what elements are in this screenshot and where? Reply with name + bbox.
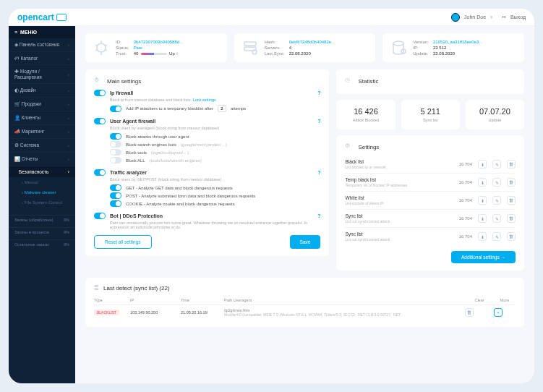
list-icon: ≣ — [94, 285, 99, 291]
toggle-ua-searchbots[interactable] — [110, 141, 121, 148]
brand-text: opencart — [17, 12, 54, 22]
server-icon — [241, 39, 259, 56]
toggle-ua-tools[interactable] — [110, 149, 121, 155]
detect-time: 21.05.20 16:19 — [181, 310, 224, 315]
setting-title: Sync list — [345, 231, 390, 237]
sidebar-stat: Заказы в процессе0% — [9, 227, 75, 237]
logout-link[interactable]: Выход — [510, 14, 526, 20]
sidebar-stat: Остальные заказы0% — [9, 239, 75, 249]
settings-title: Settings — [358, 144, 379, 150]
setting-count: 16 704 — [459, 198, 472, 203]
setting-title: Sync list — [345, 213, 390, 218]
statistic-card: ◷Statistic — [336, 69, 524, 94]
toggle-ua-all[interactable] — [110, 157, 121, 163]
settings-row: White listList exclude of detect IP16 70… — [345, 192, 516, 210]
delete-button[interactable]: 🗑 — [507, 160, 516, 169]
delete-button[interactable]: 🗑 — [507, 178, 516, 187]
toggle-traffic[interactable] — [94, 169, 106, 176]
toggle-ua-attacks[interactable] — [110, 133, 121, 140]
stat-attack: 16 426Attack Blocked — [336, 100, 395, 129]
svg-point-4 — [393, 41, 403, 46]
toggle-ip-blacklist[interactable] — [110, 106, 121, 112]
detect-ua: /gclgi/msn.htmMozilla/4.0 (compatible; M… — [224, 308, 465, 317]
download-button[interactable]: ⬇ — [478, 232, 487, 241]
sidebar-sub-malware[interactable]: › Malware cleaner — [9, 187, 75, 197]
edit-button[interactable]: ✎ — [492, 160, 501, 169]
hash-value: 0ebf67248d0b40482e… — [289, 40, 335, 44]
toggle-botddos[interactable] — [94, 213, 106, 219]
info-row: ID:3b472307003b940588d… Status:Peer Trus… — [85, 33, 524, 62]
sidebar-item-design[interactable]: ◐ Дизайн› — [9, 84, 75, 98]
sidebar-sub-messor[interactable]: › Messor — [9, 177, 75, 187]
save-button[interactable]: Save — [290, 235, 321, 249]
last-detect-card: ≣Last detect (sync list) (22) TypeIPTime… — [85, 278, 524, 327]
toggle-uafirewall[interactable] — [94, 118, 106, 124]
toggle-cookie[interactable] — [110, 200, 121, 207]
toggle-get[interactable] — [110, 184, 121, 191]
sidebar-stat: Заказы (обработано)0% — [9, 215, 75, 224]
setting-count: 16 704 — [459, 234, 472, 239]
peer-status: Peer — [134, 46, 184, 50]
sidebar-item-marketing[interactable]: 📣 Маркетинг› — [9, 125, 75, 139]
topbar: opencart John Doe ▾ ↦ Выход — [9, 9, 534, 26]
toggle-ipfirewall[interactable] — [94, 90, 106, 96]
delete-button[interactable]: 🗑 — [507, 232, 516, 241]
edit-button[interactable]: ✎ — [492, 232, 501, 241]
attempts-input[interactable] — [218, 105, 226, 112]
additional-settings-button[interactable]: Additional settings → — [451, 251, 516, 263]
ip-value: 23 512 — [433, 46, 483, 50]
section-botddos: Bot | DDoS Protection? Pain can occasion… — [94, 213, 320, 229]
svg-point-0 — [97, 43, 106, 52]
lock-settings-link[interactable]: Lock settings — [193, 98, 216, 102]
setting-title: Black list — [345, 159, 387, 164]
toggle-post[interactable] — [110, 192, 121, 199]
detect-row: BLACKLIST 103.149.90.250 21.05.20 16:19 … — [94, 305, 516, 320]
sidebar-sub-security[interactable]: Безопасность› — [9, 166, 75, 177]
user-name[interactable]: John Doe — [464, 14, 486, 20]
help-icon[interactable]: ? — [317, 90, 320, 95]
edit-button[interactable]: ✎ — [492, 196, 501, 205]
lastsync-value: 22.08.2020 — [289, 51, 335, 56]
reset-button[interactable]: Reset all settings — [94, 235, 152, 249]
sidebar-sub-fscontrol[interactable]: › File System Control — [9, 197, 75, 208]
sidebar-item-sales[interactable]: 🛒 Продажи› — [9, 98, 75, 111]
help-icon[interactable]: ? — [317, 119, 320, 124]
setting-count: 16 704 — [459, 216, 472, 221]
section-ipfirewall: Ip firewall? Block ip from messor databa… — [94, 90, 320, 112]
sidebar-item-reports[interactable]: 📊 Отчеты› — [9, 153, 75, 166]
download-button[interactable]: ⬇ — [478, 196, 487, 205]
edit-button[interactable]: ✎ — [492, 178, 501, 187]
sidebar-item-clients[interactable]: 👤 Клиенты› — [9, 111, 75, 125]
peer-id: 3b472307003b940588d… — [134, 40, 184, 44]
info-card-peer: ID:3b472307003b940588d… Status:Peer Trus… — [85, 33, 227, 62]
setting-title: Temp black list — [345, 177, 408, 182]
detect-ip: 103.149.90.250 — [130, 310, 181, 315]
sidebar-item-system[interactable]: ⚙ Система› — [9, 139, 75, 153]
brand-logo[interactable]: opencart — [17, 12, 67, 22]
detect-title: Last detect (sync list) (22) — [103, 285, 170, 291]
user-area: John Doe ▾ ↦ Выход — [451, 13, 526, 22]
sidebar-item-dashboard[interactable]: ◈ Панель состояния› — [9, 38, 75, 52]
trust-value: 40 Up ↑ — [134, 51, 184, 56]
update-value: 22.08.2020 — [433, 51, 483, 56]
setting-desc: List not synchronized attack. — [345, 237, 390, 242]
sidebar: ≡МЕНЮ ◈ Панель состояния› 🏷 Каталог› ✚ М… — [9, 26, 75, 383]
sidebar-item-modules[interactable]: ✚ Модули / Расширения› — [9, 65, 75, 84]
download-button[interactable]: ⬇ — [478, 160, 487, 169]
download-button[interactable]: ⬇ — [478, 214, 487, 223]
download-button[interactable]: ⬇ — [478, 178, 487, 187]
delete-button[interactable]: 🗑 — [507, 214, 516, 223]
servers-value: 4 — [289, 46, 335, 50]
sidebar-item-catalog[interactable]: 🏷 Каталог› — [9, 52, 75, 65]
avatar[interactable] — [451, 13, 460, 22]
clear-button[interactable]: 🗑 — [465, 308, 474, 317]
version-value: 210520_aa31ff18ee0e3… — [433, 40, 483, 44]
help-icon[interactable]: ? — [317, 213, 320, 218]
gear-icon: ⚙ — [345, 142, 354, 151]
help-icon[interactable]: ? — [317, 170, 320, 175]
more-button[interactable]: + — [494, 308, 503, 317]
edit-button[interactable]: ✎ — [492, 214, 501, 223]
bug-icon — [93, 39, 110, 56]
stat-update: 07.07.20Update — [466, 100, 524, 129]
delete-button[interactable]: 🗑 — [507, 196, 516, 205]
